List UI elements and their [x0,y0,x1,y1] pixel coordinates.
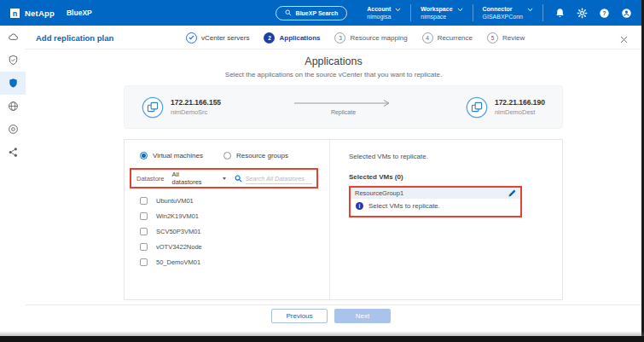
step-label: Recurrence [438,34,473,42]
user-button[interactable] [621,8,632,19]
product-name: BlueXP [67,9,92,17]
step-label: Applications [279,34,320,42]
vm-name: SCV50P3VM01 [156,228,201,235]
chevron-down-icon [457,8,463,12]
share-nodes-icon [8,147,19,158]
sidebar-item-canvas[interactable] [0,26,26,49]
info-icon: i [356,202,363,210]
step-vcenter-servers[interactable]: vCenter servers [186,32,249,43]
source-endpoint-text: 172.21.166.155 nimDemoSrc [171,98,221,116]
sidebar-item-governance[interactable] [0,141,26,164]
connector-menu[interactable]: Connector GISABXPConn [473,5,542,21]
sidebar-item-extensions[interactable] [0,118,26,141]
target-ip: 172.21.166.190 [495,98,545,107]
vm-row-win2k19vm01[interactable]: Win2K19VM01 [140,208,202,223]
checkbox-icon[interactable] [140,197,148,205]
step-review[interactable]: 5 Review [487,32,525,43]
checkbox-icon[interactable] [140,212,148,220]
notifications-button[interactable] [554,8,566,19]
step-number: 3 [334,32,345,43]
target-icon [8,124,19,135]
account-label: Account [367,5,391,13]
topbar: n NetApp BlueXP BlueXP Search Account ni… [0,0,644,26]
footer-divider [26,304,641,305]
window-frame-bottom [0,336,644,342]
arrow-right-icon [293,99,395,107]
svg-text:n: n [13,9,18,17]
checkbox-icon[interactable] [140,228,148,235]
sidebar [0,26,26,331]
resource-group-box-annotated: ResourceGroup1 i Select VMs to replicate… [349,186,522,217]
close-wizard-button[interactable] [619,33,628,42]
check-icon [189,35,194,40]
workspace-menu[interactable]: Workspace nimspace [411,5,472,21]
datastore-select[interactable]: All datastores [172,171,202,186]
chevron-down-icon [527,8,533,12]
bluexp-screen: n NetApp BlueXP BlueXP Search Account ni… [0,0,644,342]
shield-check-icon [8,55,19,66]
step-recurrence[interactable]: 4 Recurrence [422,32,473,43]
page-title: Applications [26,55,641,67]
replicate-arrow: Replicate [293,99,395,115]
datastore-label: Datastore [136,175,165,183]
topbar-icons: ? [554,8,632,19]
datastore-search [235,173,312,184]
bell-icon [554,8,566,19]
account-menu[interactable]: Account nimogisa [357,5,410,21]
target-name: nimDemoDest [495,108,545,116]
step-applications[interactable]: 2 Applications [264,32,320,43]
sidebar-item-mobility[interactable] [0,95,26,118]
resource-group-name: ResourceGroup1 [355,189,403,197]
vm-row-ubuntuvm01[interactable]: UbuntuVM01 [140,193,202,208]
settings-button[interactable] [577,8,588,19]
shield-icon [8,78,19,89]
step-number: 2 [264,32,275,43]
step-check-circle [186,32,197,43]
account-value: nimogisa [367,13,391,20]
step-resource-mapping[interactable]: 3 Resource mapping [334,32,407,43]
sidebar-item-protection[interactable] [0,72,26,95]
sidebar-item-health[interactable] [0,49,26,72]
selected-count: Selected VMs (0) [349,173,562,181]
checkbox-icon[interactable] [140,243,148,251]
chevron-down-icon[interactable] [223,177,226,180]
edit-pencil-icon[interactable] [508,189,516,198]
vm-name: vOTV3422Node [156,243,202,251]
global-search-button[interactable]: BlueXP Search [276,6,348,20]
topbar-menus: Account nimogisa Workspace nimspace [357,4,543,21]
vm-row-scv50p3vm01[interactable]: SCV50P3VM01 [140,223,202,239]
vcenter-icon [142,96,164,119]
step-label: Review [502,34,525,42]
close-icon [620,36,628,43]
help-button[interactable]: ? [599,8,610,19]
workspace-value: nimspace [421,13,452,20]
selection-mode-radios: Virtual machines Resource groups [140,152,288,159]
radio-label: Virtual machines [153,152,203,159]
datastore-filter-annotated: Datastore All datastores [130,168,318,188]
page-header: Applications Select the applications on … [26,55,641,78]
vcenter-icon [466,96,488,119]
vm-list: UbuntuVM01 Win2K19VM01 SCV50P3VM01 vOTV3… [140,193,202,270]
search-icon [285,9,292,16]
datastore-search-input[interactable] [246,173,312,184]
target-endpoint: 172.21.166.190 nimDemoDest [466,96,545,119]
connector-label: Connector [483,5,523,13]
wizard-header: Add replication plan vCenter servers 2 A… [26,26,641,49]
brand-name: NetApp [25,9,55,18]
step-number: 4 [422,32,433,43]
previous-button[interactable]: Previous [271,309,328,323]
resource-group-empty-state: i Select VMs to replicate. [351,199,520,213]
radio-virtual-machines[interactable]: Virtual machines [140,152,203,159]
vm-row-votv3422node[interactable]: vOTV3422Node [140,239,202,254]
chevron-down-icon [395,8,401,12]
vm-row-50demovm01[interactable]: 50_DemoVM01 [140,254,202,270]
radio-label: Resource groups [236,152,288,159]
checkbox-icon[interactable] [140,258,148,266]
next-button[interactable]: Next [334,309,391,323]
resource-group-header: ResourceGroup1 [351,188,520,199]
radio-resource-groups[interactable]: Resource groups [223,152,288,159]
arrow-label: Replicate [331,109,356,115]
selected-vms-column: Selected VMs to replicate. Selected VMs … [330,140,562,299]
connector-value: GISABXPConn [483,13,523,20]
wizard-steps: vCenter servers 2 Applications 3 Resourc… [186,26,525,49]
